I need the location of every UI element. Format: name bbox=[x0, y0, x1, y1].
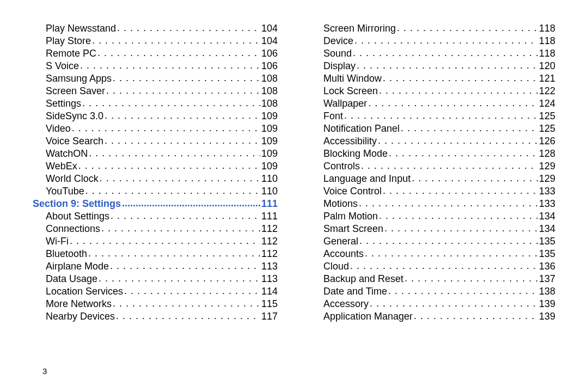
toc-entry-label: Controls bbox=[323, 160, 360, 172]
toc-entry[interactable]: Wallpaper124 bbox=[310, 97, 555, 109]
toc-entry-page: 111 bbox=[261, 198, 278, 210]
toc-entry-label: Location Services bbox=[46, 285, 123, 297]
toc-entry[interactable]: Screen Mirroring118 bbox=[310, 22, 555, 34]
toc-leader-dots bbox=[379, 84, 538, 94]
toc-leader-dots bbox=[354, 34, 538, 44]
toc-entry-label: Date and Time bbox=[323, 285, 387, 297]
toc-entry[interactable]: Voice Control133 bbox=[310, 185, 555, 197]
toc-entry[interactable]: WatchON109 bbox=[33, 147, 278, 160]
toc-entry[interactable]: Nearby Devices117 bbox=[33, 310, 278, 322]
toc-entry-page: 139 bbox=[539, 298, 555, 310]
toc-entry[interactable]: General135 bbox=[310, 235, 555, 247]
toc-entry-page: 112 bbox=[261, 248, 278, 260]
toc-leader-dots bbox=[412, 172, 538, 182]
toc-entry-label: YouTube bbox=[46, 185, 84, 197]
toc-entry-page: 133 bbox=[539, 185, 555, 197]
toc-leader-dots bbox=[116, 310, 260, 320]
toc-leader-dots bbox=[383, 185, 538, 194]
toc-entry[interactable]: More Networks115 bbox=[33, 297, 278, 310]
toc-entry[interactable]: Data Usage113 bbox=[33, 272, 278, 285]
toc-entry[interactable]: Connections112 bbox=[33, 222, 278, 235]
toc-entry[interactable]: Palm Motion134 bbox=[310, 210, 555, 222]
toc-entry-label: Accessibility bbox=[323, 135, 377, 147]
toc-entry[interactable]: Device118 bbox=[310, 34, 555, 47]
toc-entry[interactable]: Language and Input129 bbox=[310, 172, 555, 185]
toc-entry[interactable]: Smart Screen134 bbox=[310, 222, 555, 235]
toc-leader-dots bbox=[85, 185, 260, 194]
toc-entry[interactable]: SideSync 3.0109 bbox=[33, 109, 278, 122]
toc-entry[interactable]: World Clock110 bbox=[33, 172, 278, 185]
toc-entry[interactable]: Voice Search109 bbox=[33, 134, 278, 147]
toc-entry[interactable]: Accessory139 bbox=[310, 297, 555, 310]
toc-entry-label: WatchON bbox=[46, 148, 88, 160]
toc-entry[interactable]: Settings108 bbox=[33, 97, 278, 109]
toc-entry-page: 109 bbox=[261, 135, 278, 147]
toc-leader-dots bbox=[88, 247, 260, 257]
toc-entry[interactable]: Remote PC106 bbox=[33, 47, 278, 59]
toc-leader-dots bbox=[353, 47, 538, 57]
toc-entry[interactable]: Cloud136 bbox=[310, 260, 555, 272]
toc-leader-dots bbox=[100, 172, 260, 182]
toc-entry-label: Voice Control bbox=[323, 185, 382, 197]
toc-leader-dots bbox=[89, 147, 260, 157]
toc-entry-label: Palm Motion bbox=[323, 210, 378, 222]
toc-leader-dots bbox=[70, 235, 260, 244]
toc-entry-label: Voice Search bbox=[46, 135, 103, 147]
toc-entry-label: Display bbox=[323, 60, 356, 72]
toc-leader-dots bbox=[405, 272, 538, 282]
toc-entry[interactable]: Screen Saver108 bbox=[33, 84, 278, 97]
toc-entry-page: 104 bbox=[261, 22, 278, 34]
toc-entry[interactable]: Wi-Fi112 bbox=[33, 235, 278, 247]
toc-entry[interactable]: WebEx109 bbox=[33, 160, 278, 172]
toc-entry[interactable]: YouTube110 bbox=[33, 185, 278, 197]
toc-entry-label: Video bbox=[46, 122, 71, 134]
toc-entry[interactable]: Backup and Reset137 bbox=[310, 272, 555, 285]
toc-entry[interactable]: Accounts135 bbox=[310, 247, 555, 260]
toc-entry[interactable]: Section 9: Settings111 bbox=[33, 197, 278, 210]
toc-entry[interactable]: Application Manager139 bbox=[310, 310, 555, 322]
toc-entry-label: Section 9: Settings bbox=[33, 198, 121, 210]
toc-entry[interactable]: Blocking Mode128 bbox=[310, 147, 555, 160]
toc-entry[interactable]: Lock Screen122 bbox=[310, 84, 555, 97]
toc-entry-label: Remote PC bbox=[46, 47, 96, 59]
toc-entry-page: 109 bbox=[261, 160, 278, 172]
toc-entry-page: 135 bbox=[539, 248, 555, 260]
toc-entry[interactable]: Bluetooth112 bbox=[33, 247, 278, 260]
toc-entry[interactable]: About Settings111 bbox=[33, 210, 278, 222]
toc-leader-dots bbox=[370, 297, 538, 307]
toc-entry[interactable]: Display120 bbox=[310, 59, 555, 72]
toc-entry[interactable]: Play Newsstand104 bbox=[33, 22, 278, 34]
toc-leader-dots bbox=[378, 134, 538, 144]
toc-entry[interactable]: Multi Window121 bbox=[310, 72, 555, 84]
toc-entry-label: Data Usage bbox=[46, 273, 97, 285]
toc-right-column: Screen Mirroring118Device118Sound118Disp… bbox=[310, 22, 555, 322]
toc-leader-dots bbox=[72, 122, 260, 132]
toc-leader-dots bbox=[388, 285, 538, 295]
toc-entry[interactable]: Play Store104 bbox=[33, 34, 278, 47]
toc-entry[interactable]: Samsung Apps108 bbox=[33, 72, 278, 84]
toc-leader-dots bbox=[113, 72, 260, 82]
toc-leader-dots bbox=[106, 84, 260, 94]
toc-entry-page: 109 bbox=[261, 148, 278, 160]
toc-leader-dots bbox=[344, 109, 538, 119]
toc-entry[interactable]: Location Services114 bbox=[33, 285, 278, 297]
toc-entry[interactable]: Video109 bbox=[33, 122, 278, 134]
toc-entry[interactable]: Controls129 bbox=[310, 160, 555, 172]
toc-entry[interactable]: Accessibility126 bbox=[310, 134, 555, 147]
toc-entry[interactable]: Sound118 bbox=[310, 47, 555, 59]
toc-entry-page: 138 bbox=[539, 285, 555, 297]
toc-columns: Play Newsstand104Play Store104Remote PC1… bbox=[33, 22, 555, 322]
toc-entry[interactable]: Date and Time138 bbox=[310, 285, 555, 297]
toc-entry[interactable]: Airplane Mode113 bbox=[33, 260, 278, 272]
toc-entry[interactable]: Notification Panel125 bbox=[310, 122, 555, 134]
toc-entry[interactable]: Motions133 bbox=[310, 197, 555, 210]
toc-leader-dots bbox=[365, 247, 538, 257]
toc-entry-page: 110 bbox=[261, 173, 278, 185]
toc-leader-dots bbox=[359, 197, 538, 207]
toc-entry-page: 118 bbox=[539, 22, 555, 34]
toc-leader-dots bbox=[99, 272, 260, 282]
toc-leader-dots bbox=[389, 147, 538, 157]
toc-entry[interactable]: S Voice106 bbox=[33, 59, 278, 72]
toc-leader-dots bbox=[383, 72, 538, 82]
toc-entry[interactable]: Font125 bbox=[310, 109, 555, 122]
